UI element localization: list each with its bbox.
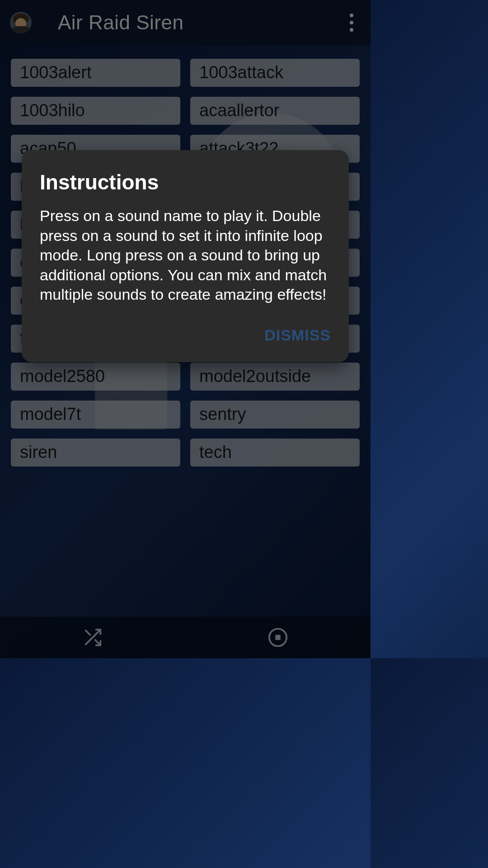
dialog-actions: DISMISS [40,326,331,344]
instructions-dialog: Instructions Press on a sound name to pl… [22,150,349,362]
dismiss-button[interactable]: DISMISS [264,326,331,344]
dialog-title: Instructions [40,170,331,194]
dialog-body: Press on a sound name to play it. Double… [40,206,331,305]
